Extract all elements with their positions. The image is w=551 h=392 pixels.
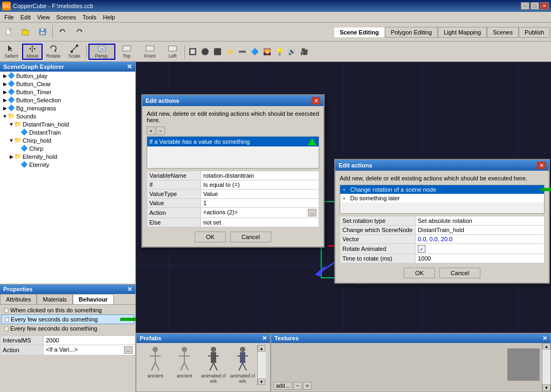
action-item-variable[interactable]: If a Variable has a value do something — [147, 137, 319, 146]
menu-scenes[interactable]: Scenes — [53, 13, 79, 22]
vp-tool-3[interactable]: ⬛ — [211, 46, 223, 58]
tab-materials[interactable]: Materials — [37, 294, 73, 304]
prop2-time-to-rotate-value[interactable]: 1000 — [416, 254, 545, 263]
vp-tool-6[interactable]: 🔷 — [249, 46, 260, 58]
vp-tool-7[interactable]: 🌄 — [261, 46, 273, 58]
tree-item-btn-selection[interactable]: ▶ 🔷 Button_Selection — [0, 96, 135, 104]
prop-action-ellipsis[interactable]: ... — [308, 209, 316, 216]
view-persp[interactable]: 3D Persp. — [88, 44, 115, 60]
prop-valuetype-value[interactable]: Value — [201, 190, 319, 199]
prop-action-value[interactable]: <actions (2)> ... — [201, 208, 319, 218]
scene-graph-close[interactable]: ✕ — [127, 63, 132, 71]
tree-item-chirp[interactable]: 🔷 Chirp — [0, 144, 135, 152]
action-collapse-btn[interactable]: − — [156, 127, 165, 135]
tab-scenes[interactable]: Scenes — [487, 27, 519, 38]
tree-item-btn-timer[interactable]: ▶ 🔷 Button_Timer — [0, 88, 135, 96]
tab-publish[interactable]: Publish — [519, 27, 550, 38]
menu-tools[interactable]: Tools — [79, 13, 100, 22]
tree-item-btn-play[interactable]: ▶ 🔷 Button_play — [0, 72, 135, 80]
redo-button[interactable] — [71, 24, 87, 40]
vp-tool-10[interactable]: 🎥 — [298, 46, 310, 58]
textures-scroll-down[interactable]: ▼ — [542, 384, 550, 391]
vp-tool-1[interactable]: 🔲 — [187, 46, 198, 58]
prop2-rotation-type-value[interactable]: Set absolute rotation — [416, 216, 545, 226]
prefab-item-ancient-1[interactable]: ancient — [142, 346, 169, 384]
vp-tool-2[interactable]: ⚫ — [199, 46, 211, 58]
field-action-value[interactable]: <If a Vari...> ... — [44, 345, 135, 355]
action-item-change-rotation[interactable]: + Change rotation of a scene node — [340, 185, 544, 194]
action-expand-btn[interactable]: + — [147, 127, 155, 135]
prop-variable-name-value[interactable]: rotation-distanttrain — [201, 171, 319, 180]
textures-scroll-up[interactable]: ▲ — [542, 343, 550, 349]
texture-minus-btn[interactable]: − — [293, 382, 302, 390]
edit-actions-2-ok[interactable]: OK — [404, 268, 435, 278]
edit-actions-1-ok[interactable]: OK — [195, 232, 226, 242]
open-button[interactable] — [18, 24, 34, 40]
properties-close[interactable]: ✕ — [127, 286, 132, 293]
tab-behaviour[interactable]: Behaviour — [73, 294, 114, 304]
new-button[interactable] — [1, 24, 17, 40]
edit-actions-2-close[interactable]: ✕ — [537, 162, 546, 169]
prefabs-scrollbar[interactable]: ▲ ▼ — [257, 345, 266, 385]
tree-item-sounds[interactable]: ▼ 📁 Sounds — [0, 112, 135, 120]
tree-item-eternity[interactable]: 🔷 Eternity — [0, 160, 135, 169]
vp-tool-4[interactable]: ⚡ — [224, 46, 236, 58]
scene-graph-title: SceneGraph Explorer — [3, 64, 64, 70]
prop-value-value[interactable]: 1 — [201, 199, 319, 208]
prop2-rotate-animated-value[interactable]: ✓ — [416, 244, 545, 254]
view-top[interactable]: Top — [116, 44, 137, 60]
texture-plus-btn[interactable]: + — [303, 382, 312, 390]
behaviour-item-click[interactable]: 📋 When clicked on this do something — [1, 306, 134, 314]
action-item-do-something-later[interactable]: + Do something later — [340, 194, 544, 202]
view-front[interactable]: Front — [138, 44, 162, 60]
view-left[interactable]: Left — [162, 44, 183, 60]
action-ellipsis-button[interactable]: ... — [124, 346, 133, 354]
prop2-vector-value[interactable]: 0.0, 0.0, 20.0 — [416, 235, 545, 244]
save-button[interactable] — [35, 24, 51, 40]
tree-item-bg-menugrass[interactable]: ▶ 🔷 Bg_menugrass — [0, 104, 135, 112]
tab-scene-editing[interactable]: Scene Editing — [334, 27, 385, 38]
tab-polygon-editing[interactable]: Polygon Editing — [385, 27, 438, 38]
behaviour-item-seconds-1[interactable]: 📋 Every few seconds do something — [1, 314, 134, 324]
textures-close[interactable]: ✕ — [542, 335, 547, 342]
tree-item-distanttrain-hold[interactable]: ▼ 📁 DistantTrain_hold — [0, 120, 135, 128]
undo-button[interactable] — [54, 24, 71, 40]
edit-actions-1-close[interactable]: ✕ — [312, 97, 320, 104]
prefabs-scroll-up[interactable]: ▲ — [258, 345, 265, 352]
tree-item-distanttrain[interactable]: 🔷 DistantTrain — [0, 128, 135, 136]
menu-edit[interactable]: Edit — [17, 13, 34, 22]
tab-attributes[interactable]: Attributes — [0, 294, 37, 304]
close-button[interactable]: ✕ — [540, 2, 549, 10]
rotate-animated-checkbox[interactable]: ✓ — [418, 245, 425, 253]
prefab-item-animated-clerk-1[interactable]: animated clerk — [200, 346, 227, 384]
scene-graph-tree[interactable]: ▶ 🔷 Button_play ▶ 🔷 Button_Clear ▶ 🔷 But… — [0, 72, 135, 284]
tool-select[interactable]: Select — [1, 44, 22, 60]
prefabs-close[interactable]: ✕ — [262, 335, 267, 342]
prop-if-value[interactable]: Is equal to (=) — [201, 180, 319, 190]
textures-scrollbar[interactable]: ▲ ▼ — [542, 343, 550, 391]
behaviour-item-seconds-2[interactable]: 📋 Every few seconds do something — [1, 324, 134, 333]
menu-file[interactable]: File — [1, 13, 17, 22]
tree-item-chirp-hold[interactable]: ▼ 📁 Chirp_hold — [0, 136, 135, 144]
prefabs-scroll-down[interactable]: ▼ — [258, 379, 265, 385]
tool-rotate[interactable]: Rotate — [43, 44, 64, 60]
vp-tool-9[interactable]: 🔊 — [286, 46, 298, 58]
tree-item-eternity-hold[interactable]: ▶ 📁 Eternity_hold — [0, 152, 135, 160]
minimize-button[interactable]: – — [521, 2, 529, 10]
edit-actions-2-cancel[interactable]: Cancel — [439, 268, 480, 278]
tab-light-mapping[interactable]: Light Mapping — [438, 27, 487, 38]
menu-help[interactable]: Help — [100, 13, 119, 22]
prefab-item-ancient-2[interactable]: ancient — [171, 346, 198, 384]
texture-add-btn[interactable]: add... — [273, 382, 292, 390]
maximize-button[interactable]: □ — [531, 2, 539, 10]
tool-move[interactable]: Move — [22, 44, 43, 60]
tool-scale[interactable]: Scale — [64, 44, 85, 60]
vp-tool-5[interactable]: ➖ — [236, 46, 248, 58]
edit-actions-1-cancel[interactable]: Cancel — [230, 232, 271, 242]
prop2-which-node-value[interactable]: DistantTrain_hold — [416, 226, 545, 235]
prefab-item-animated-clerk-2[interactable]: animated clerk — [229, 346, 256, 384]
vp-tool-8[interactable]: 💡 — [273, 46, 285, 58]
menu-view[interactable]: View — [34, 13, 53, 22]
tree-item-btn-clear[interactable]: ▶ 🔷 Button_Clear — [0, 80, 135, 88]
prop-else-value[interactable]: not set — [201, 218, 319, 227]
